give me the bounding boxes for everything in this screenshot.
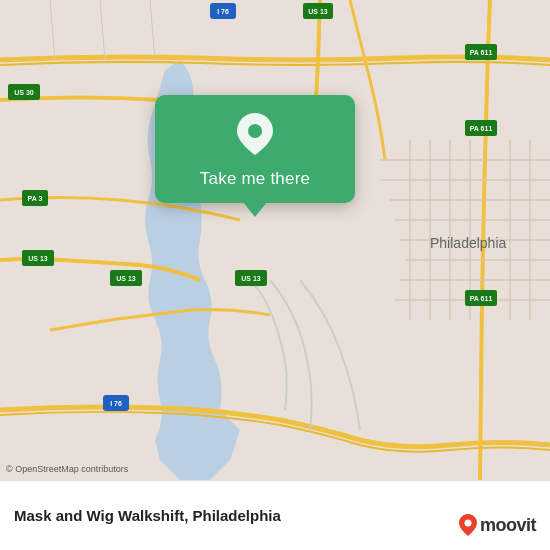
- svg-text:PA 611: PA 611: [470, 49, 493, 56]
- svg-text:PA 611: PA 611: [470, 125, 493, 132]
- svg-text:US 13: US 13: [241, 275, 261, 282]
- svg-text:PA 611: PA 611: [470, 295, 493, 302]
- svg-text:I 76: I 76: [110, 400, 122, 407]
- moovit-text: moovit: [480, 515, 536, 536]
- svg-text:Philadelphia: Philadelphia: [430, 235, 506, 251]
- take-me-there-button[interactable]: Take me there: [200, 169, 310, 189]
- svg-text:I 76: I 76: [217, 8, 229, 15]
- location-title: Mask and Wig Walkshift, Philadelphia: [14, 507, 281, 524]
- svg-text:US 13: US 13: [28, 255, 48, 262]
- svg-text:US 13: US 13: [116, 275, 136, 282]
- moovit-logo: moovit: [459, 514, 536, 536]
- svg-point-41: [248, 124, 262, 138]
- svg-text:PA 3: PA 3: [28, 195, 43, 202]
- map-container: Philadelphia I 76 US 13 PA 611 PA 611 PA…: [0, 0, 550, 480]
- svg-point-42: [464, 520, 471, 527]
- copyright-text: © OpenStreetMap contributors: [6, 464, 128, 474]
- bottom-bar: Mask and Wig Walkshift, Philadelphia moo…: [0, 480, 550, 550]
- svg-text:US 30: US 30: [14, 89, 34, 96]
- location-pin-icon: [237, 113, 273, 155]
- location-icon-wrapper: [237, 113, 273, 159]
- popup-card: Take me there: [155, 95, 355, 203]
- moovit-pin-icon: [459, 514, 477, 536]
- svg-text:US 13: US 13: [308, 8, 328, 15]
- map-svg: Philadelphia I 76 US 13 PA 611 PA 611 PA…: [0, 0, 550, 480]
